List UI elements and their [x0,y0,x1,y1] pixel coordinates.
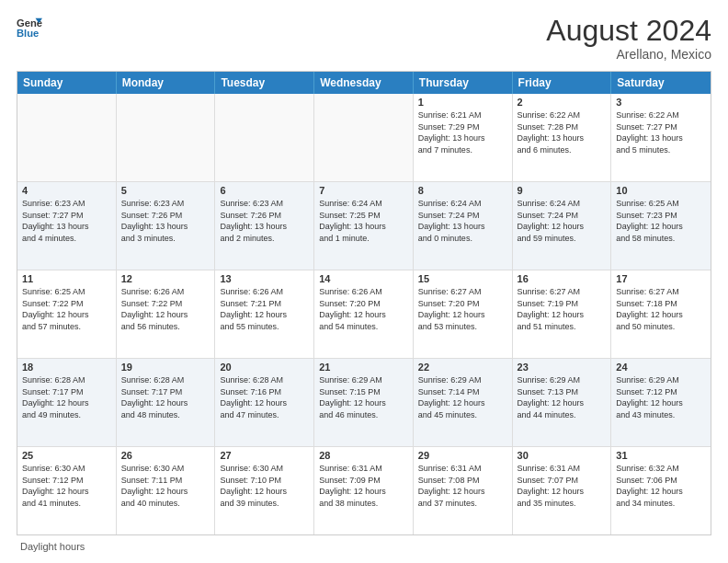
day-info: Sunrise: 6:29 AMSunset: 7:14 PMDaylight:… [418,374,507,420]
footer-note: Daylight hours [17,541,711,552]
day-number: 13 [220,273,309,284]
svg-text:Blue: Blue [17,28,39,39]
day-info: Sunrise: 6:21 AMSunset: 7:29 PMDaylight:… [418,109,507,155]
day-number: 28 [319,450,408,461]
day-info: Sunrise: 6:29 AMSunset: 7:13 PMDaylight:… [518,374,607,420]
logo-icon: General Blue [17,15,42,40]
day-number: 24 [616,362,706,373]
day-info: Sunrise: 6:30 AMSunset: 7:11 PMDaylight:… [121,463,210,509]
day-number: 31 [616,450,706,461]
day-number: 16 [518,273,607,284]
header-day-wednesday: Wednesday [314,72,414,94]
week-row-3: 11Sunrise: 6:25 AMSunset: 7:22 PMDayligh… [17,270,711,359]
day-cell-15: 15Sunrise: 6:27 AMSunset: 7:20 PMDayligh… [414,270,513,358]
day-number: 18 [22,362,111,373]
logo: General Blue [17,15,42,40]
week-row-1: 1Sunrise: 6:21 AMSunset: 7:29 PMDaylight… [17,94,711,182]
day-number: 5 [121,185,210,196]
day-cell-2: 2Sunrise: 6:22 AMSunset: 7:28 PMDaylight… [513,94,612,181]
day-cell-26: 26Sunrise: 6:30 AMSunset: 7:11 PMDayligh… [117,447,216,534]
day-number: 23 [518,362,607,373]
calendar-body: 1Sunrise: 6:21 AMSunset: 7:29 PMDaylight… [17,94,711,534]
day-cell-20: 20Sunrise: 6:28 AMSunset: 7:16 PMDayligh… [215,359,314,446]
day-cell-4: 4Sunrise: 6:23 AMSunset: 7:27 PMDaylight… [17,182,117,270]
day-number: 2 [518,97,607,108]
day-info: Sunrise: 6:23 AMSunset: 7:26 PMDaylight:… [121,198,210,244]
header-day-thursday: Thursday [414,72,513,94]
day-info: Sunrise: 6:28 AMSunset: 7:17 PMDaylight:… [22,374,111,420]
day-info: Sunrise: 6:32 AMSunset: 7:06 PMDaylight:… [616,463,706,509]
day-cell-21: 21Sunrise: 6:29 AMSunset: 7:15 PMDayligh… [314,359,414,446]
day-number: 29 [418,450,507,461]
day-number: 9 [518,185,607,196]
day-number: 12 [121,273,210,284]
day-number: 14 [319,273,408,284]
day-cell-22: 22Sunrise: 6:29 AMSunset: 7:14 PMDayligh… [414,359,513,446]
day-info: Sunrise: 6:24 AMSunset: 7:24 PMDaylight:… [418,198,507,244]
header-day-tuesday: Tuesday [215,72,314,94]
day-number: 11 [22,273,111,284]
day-number: 26 [121,450,210,461]
day-info: Sunrise: 6:23 AMSunset: 7:27 PMDaylight:… [22,198,111,244]
calendar: SundayMondayTuesdayWednesdayThursdayFrid… [17,71,711,535]
day-number: 27 [220,450,309,461]
day-cell-23: 23Sunrise: 6:29 AMSunset: 7:13 PMDayligh… [513,359,612,446]
day-cell-7: 7Sunrise: 6:24 AMSunset: 7:25 PMDaylight… [314,182,414,270]
day-number: 10 [616,185,706,196]
day-cell-empty [314,94,414,181]
week-row-4: 18Sunrise: 6:28 AMSunset: 7:17 PMDayligh… [17,359,711,447]
day-info: Sunrise: 6:30 AMSunset: 7:10 PMDaylight:… [220,463,309,509]
day-info: Sunrise: 6:27 AMSunset: 7:20 PMDaylight:… [418,286,507,332]
day-cell-empty [215,94,314,181]
day-number: 7 [319,185,408,196]
day-cell-29: 29Sunrise: 6:31 AMSunset: 7:08 PMDayligh… [414,447,513,534]
day-cell-19: 19Sunrise: 6:28 AMSunset: 7:17 PMDayligh… [117,359,216,446]
day-number: 3 [616,97,706,108]
day-cell-6: 6Sunrise: 6:23 AMSunset: 7:26 PMDaylight… [215,182,314,270]
header-day-friday: Friday [513,72,612,94]
day-info: Sunrise: 6:23 AMSunset: 7:26 PMDaylight:… [220,198,309,244]
day-cell-16: 16Sunrise: 6:27 AMSunset: 7:19 PMDayligh… [513,270,612,358]
day-cell-5: 5Sunrise: 6:23 AMSunset: 7:26 PMDaylight… [117,182,216,270]
day-number: 25 [22,450,111,461]
day-number: 20 [220,362,309,373]
day-info: Sunrise: 6:24 AMSunset: 7:25 PMDaylight:… [319,198,408,244]
day-cell-10: 10Sunrise: 6:25 AMSunset: 7:23 PMDayligh… [611,182,711,270]
day-cell-11: 11Sunrise: 6:25 AMSunset: 7:22 PMDayligh… [17,270,117,358]
day-info: Sunrise: 6:25 AMSunset: 7:22 PMDaylight:… [22,286,111,332]
day-cell-25: 25Sunrise: 6:30 AMSunset: 7:12 PMDayligh… [17,447,117,534]
title-block: August 2024 Arellano, Mexico [546,15,711,62]
day-cell-empty [117,94,216,181]
calendar-header-row: SundayMondayTuesdayWednesdayThursdayFrid… [17,72,711,94]
day-info: Sunrise: 6:27 AMSunset: 7:19 PMDaylight:… [518,286,607,332]
day-cell-28: 28Sunrise: 6:31 AMSunset: 7:09 PMDayligh… [314,447,414,534]
header-day-monday: Monday [117,72,216,94]
day-cell-17: 17Sunrise: 6:27 AMSunset: 7:18 PMDayligh… [611,270,711,358]
day-cell-14: 14Sunrise: 6:26 AMSunset: 7:20 PMDayligh… [314,270,414,358]
day-info: Sunrise: 6:26 AMSunset: 7:20 PMDaylight:… [319,286,408,332]
day-info: Sunrise: 6:28 AMSunset: 7:16 PMDaylight:… [220,374,309,420]
day-info: Sunrise: 6:22 AMSunset: 7:27 PMDaylight:… [616,109,706,155]
day-number: 1 [418,97,507,108]
day-info: Sunrise: 6:29 AMSunset: 7:15 PMDaylight:… [319,374,408,420]
day-cell-31: 31Sunrise: 6:32 AMSunset: 7:06 PMDayligh… [611,447,711,534]
day-cell-13: 13Sunrise: 6:26 AMSunset: 7:21 PMDayligh… [215,270,314,358]
day-cell-empty [17,94,117,181]
day-cell-27: 27Sunrise: 6:30 AMSunset: 7:10 PMDayligh… [215,447,314,534]
day-number: 6 [220,185,309,196]
day-number: 22 [418,362,507,373]
month-year-title: August 2024 [546,15,711,47]
day-info: Sunrise: 6:26 AMSunset: 7:21 PMDaylight:… [220,286,309,332]
day-cell-18: 18Sunrise: 6:28 AMSunset: 7:17 PMDayligh… [17,359,117,446]
day-cell-24: 24Sunrise: 6:29 AMSunset: 7:12 PMDayligh… [611,359,711,446]
location-subtitle: Arellano, Mexico [546,47,711,62]
day-info: Sunrise: 6:28 AMSunset: 7:17 PMDaylight:… [121,374,210,420]
day-cell-8: 8Sunrise: 6:24 AMSunset: 7:24 PMDaylight… [414,182,513,270]
day-number: 30 [518,450,607,461]
day-info: Sunrise: 6:27 AMSunset: 7:18 PMDaylight:… [616,286,706,332]
day-info: Sunrise: 6:26 AMSunset: 7:22 PMDaylight:… [121,286,210,332]
week-row-5: 25Sunrise: 6:30 AMSunset: 7:12 PMDayligh… [17,447,711,534]
header-day-saturday: Saturday [611,72,711,94]
day-cell-1: 1Sunrise: 6:21 AMSunset: 7:29 PMDaylight… [414,94,513,181]
day-info: Sunrise: 6:31 AMSunset: 7:09 PMDaylight:… [319,463,408,509]
